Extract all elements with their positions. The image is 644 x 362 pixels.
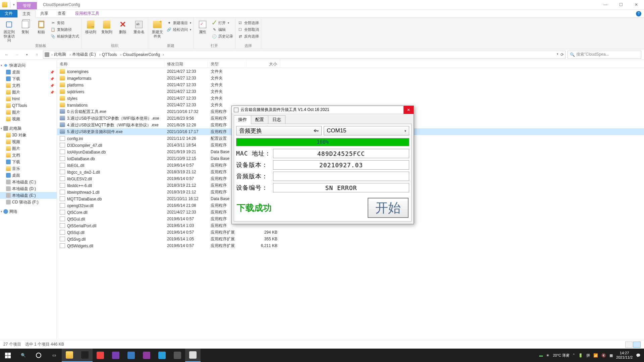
- breadcrumb[interactable]: ›本地磁盘 (E:): [68, 52, 97, 57]
- minimize-button[interactable]: —: [598, 0, 613, 10]
- dialog-close-button[interactable]: ✕: [404, 106, 414, 114]
- breadcrumb[interactable]: ›CloudSpeakerConfig›: [119, 52, 165, 57]
- select-none-button[interactable]: ☐全部取消: [237, 26, 259, 33]
- nav-item[interactable]: 本地磁盘 (E:): [0, 192, 57, 199]
- copy-to-button[interactable]: 复制到: [100, 19, 114, 34]
- nav-item[interactable]: 桌面: [0, 172, 57, 179]
- tab-view[interactable]: 查看: [53, 10, 70, 17]
- qat-dropdown-icon[interactable]: ▾: [13, 3, 15, 6]
- tab-config[interactable]: 配置: [251, 115, 268, 124]
- system-tray[interactable]: ▬ ☀ 20°C 薄雾 ˄ 🔋 拼 📶 🔇 ▦ 14:27 2021/11/2 …: [536, 351, 644, 360]
- search-button[interactable]: 🔍: [15, 349, 31, 362]
- edit-button[interactable]: ✎编辑: [212, 26, 233, 33]
- maximize-button[interactable]: ☐: [613, 0, 629, 10]
- nav-item[interactable]: 3D 对象: [0, 132, 57, 138]
- breadcrumb[interactable]: ›此电脑: [50, 52, 67, 57]
- weather-text[interactable]: 20°C 薄雾: [553, 353, 570, 358]
- nav-item[interactable]: 本地磁盘 (D:): [0, 185, 57, 192]
- taskbar[interactable]: 🔍 ▭ ▬ ☀ 20°C 薄雾 ˄ 🔋 拼 📶 🔇 ▦ 14:27 2021/1…: [0, 349, 644, 362]
- table-row[interactable]: platforms 2021/4/27 12:33 文件夹: [57, 81, 644, 88]
- column-headers[interactable]: 名称 修改日期 类型 大小: [57, 60, 644, 68]
- cut-button[interactable]: ✂剪切: [50, 20, 79, 26]
- wifi-icon[interactable]: 📶: [593, 353, 598, 358]
- taskbar-app[interactable]: [170, 349, 185, 362]
- paste-button[interactable]: 粘贴: [34, 19, 48, 34]
- nav-item[interactable]: 桌面📌: [0, 69, 57, 75]
- close-button[interactable]: ✕: [629, 0, 644, 10]
- nav-item[interactable]: 音乐: [0, 165, 57, 172]
- taskbar-app[interactable]: [93, 349, 108, 362]
- chevron-up-icon[interactable]: ˄: [573, 353, 575, 358]
- cortana-button[interactable]: [31, 349, 46, 362]
- nav-item[interactable]: 文档: [0, 152, 57, 159]
- nav-back-button[interactable]: ←: [3, 51, 11, 59]
- column-type[interactable]: 类型: [208, 60, 247, 68]
- tab-share[interactable]: 共享: [36, 10, 53, 17]
- table-row[interactable]: sqldrivers 2021/4/27 12:33 文件夹: [57, 88, 644, 95]
- copy-path-button[interactable]: 📋复制路径: [50, 26, 79, 33]
- table-row[interactable]: styles 2021/4/27 12:33 文件夹: [57, 95, 644, 102]
- port-select[interactable]: COM15▾: [324, 126, 409, 135]
- column-size[interactable]: 大小: [247, 60, 280, 68]
- nav-quick-access[interactable]: 快速访问: [0, 62, 57, 69]
- tray-icon[interactable]: ▬: [539, 353, 543, 357]
- easy-access-button[interactable]: 🔗轻松访问▾: [166, 26, 191, 33]
- nav-item[interactable]: 图片: [0, 109, 57, 116]
- nav-item[interactable]: 图片📌: [0, 89, 57, 96]
- nav-recent-button[interactable]: ▾: [23, 51, 31, 59]
- taskbar-app[interactable]: [139, 349, 154, 362]
- start-menu-button[interactable]: [0, 349, 15, 362]
- nav-item[interactable]: 下载📌: [0, 75, 57, 82]
- nav-item[interactable]: CD 驱动器 (F:): [0, 199, 57, 205]
- copy-button[interactable]: 复制: [18, 19, 32, 34]
- breadcrumb[interactable]: ›QTTools: [98, 52, 118, 57]
- tab-home[interactable]: 主页: [17, 10, 36, 18]
- nav-item[interactable]: 下载: [0, 159, 57, 165]
- refresh-icon[interactable]: ⟳: [560, 52, 564, 57]
- notifications-icon[interactable]: 💬: [636, 353, 641, 358]
- nav-this-pc[interactable]: 此电脑: [0, 125, 57, 132]
- nav-item[interactable]: 图片: [0, 145, 57, 152]
- history-button[interactable]: 🕘历史记录: [212, 33, 233, 39]
- table-row[interactable]: iconengines 2021/4/27 12:33 文件夹: [57, 68, 644, 75]
- pin-to-quick-access-button[interactable]: 固定到快速访问: [2, 19, 16, 43]
- column-name[interactable]: 名称: [57, 60, 164, 68]
- battery-icon[interactable]: 🔋: [578, 353, 583, 358]
- nav-up-button[interactable]: ↑: [33, 51, 41, 59]
- tab-app-tools[interactable]: 应用程序工具: [70, 10, 104, 17]
- table-row[interactable]: imageformats 2021/4/27 12:33 文件夹: [57, 75, 644, 81]
- table-row[interactable]: Qt5Widgets.dll 2019/6/14 0:57 应用程序扩展 6,2…: [57, 242, 644, 249]
- taskbar-terminal[interactable]: [77, 349, 93, 362]
- help-icon[interactable]: ?: [636, 11, 641, 16]
- taskbar-app[interactable]: [108, 349, 123, 362]
- volume-icon[interactable]: 🔇: [601, 353, 606, 358]
- nav-item[interactable]: html: [0, 96, 57, 102]
- taskbar-app[interactable]: [154, 349, 170, 362]
- clock[interactable]: 14:27 2021/11/2: [616, 351, 633, 360]
- task-view-button[interactable]: ▭: [46, 349, 62, 362]
- input-icon[interactable]: 拼: [586, 353, 590, 358]
- navigation-pane[interactable]: 快速访问 桌面📌下载📌文档📌图片📌htmlQTTools图片视频 此电脑 3D …: [0, 60, 57, 340]
- nav-item[interactable]: QTTools: [0, 102, 57, 109]
- nav-item[interactable]: 视频: [0, 138, 57, 145]
- properties-button[interactable]: 属性: [196, 19, 210, 34]
- mode-select[interactable]: 音频更换�▾: [236, 126, 322, 135]
- column-date[interactable]: 修改日期: [164, 60, 208, 68]
- taskbar-app[interactable]: [123, 349, 139, 362]
- view-large-button[interactable]: [633, 342, 641, 348]
- tray-icon[interactable]: ▦: [609, 353, 613, 358]
- taskbar-explorer[interactable]: [62, 349, 77, 362]
- nav-forward-button[interactable]: →: [13, 51, 21, 59]
- open-button[interactable]: ✓打开▾: [212, 20, 233, 26]
- search-input[interactable]: 🔍 搜索"CloudSpea...: [568, 51, 641, 59]
- nav-item[interactable]: 文档📌: [0, 82, 57, 89]
- new-item-button[interactable]: ✦新建项目▾: [166, 20, 191, 26]
- rename-button[interactable]: 重命名: [132, 19, 146, 34]
- context-tab-manage[interactable]: 管理: [17, 2, 37, 9]
- nav-item[interactable]: 本地磁盘 (C:): [0, 179, 57, 185]
- paste-shortcut-button[interactable]: 📎粘贴快捷方式: [50, 33, 79, 39]
- nav-network[interactable]: 网络: [0, 208, 57, 215]
- invert-selection-button[interactable]: ⇄反向选择: [237, 33, 259, 39]
- table-row[interactable]: Qt5Svg.dll 2019/6/14 1:05 应用程序扩展 355 KB: [57, 236, 644, 242]
- nav-item[interactable]: 视频: [0, 116, 57, 122]
